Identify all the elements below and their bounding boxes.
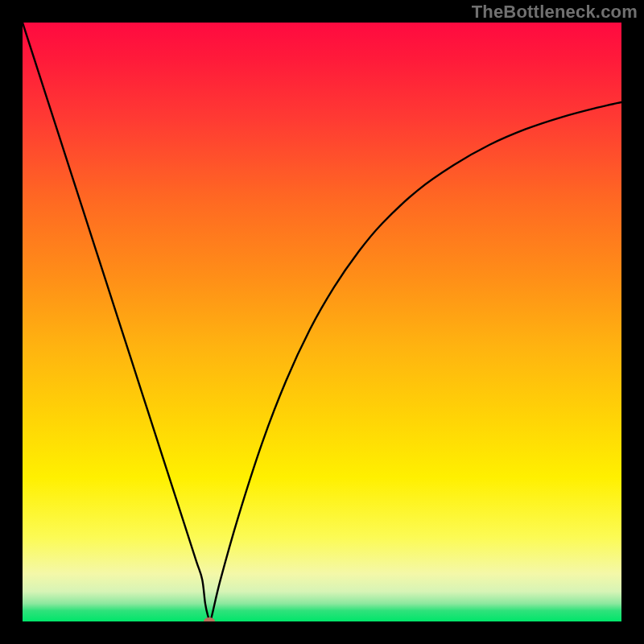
bottleneck-curve xyxy=(23,23,621,621)
plot-area xyxy=(23,23,621,621)
chart-frame: TheBottleneck.com xyxy=(0,0,644,644)
minimum-marker xyxy=(204,617,215,621)
attribution-label: TheBottleneck.com xyxy=(472,2,638,23)
